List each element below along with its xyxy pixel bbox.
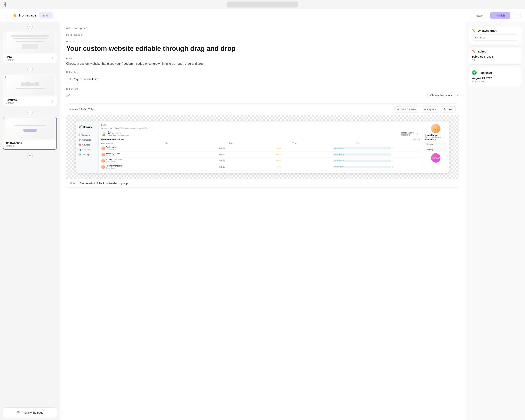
more-icon-cta: ⋮ (50, 143, 54, 146)
profile-name: Kiana Sunan (425, 134, 447, 136)
section-more-features[interactable]: ⋮ (51, 99, 54, 103)
section-thumbnail-cta (3, 117, 56, 140)
add-section-bottom-button[interactable]: + (27, 153, 33, 158)
nav-item-settings[interactable]: ⚙️ Settings (76, 152, 98, 157)
page-title: Homepage (19, 13, 36, 18)
table-row: Walking meditationBruno Scott Feb 16 ★ 4… (101, 158, 420, 164)
image-meta: Image • 1440x1024px (69, 108, 95, 111)
section-item-cta[interactable]: 3 CallToAction Default ⋮ (3, 117, 57, 150)
unsaved-draft-section: ✏️ Unsaved draft Just now (469, 26, 521, 44)
nav-item-courses[interactable]: 📚 Courses (76, 142, 98, 147)
section-name-hero: Hero (6, 56, 13, 58)
body-field-value[interactable]: Choose a custom website that gives your … (66, 61, 459, 66)
th-course: Course name (101, 142, 165, 144)
unsaved-draft-time: Just now (472, 34, 518, 41)
crop-icon: ⊞ (397, 108, 399, 111)
clear-button[interactable]: 🗑 Clear (441, 106, 456, 112)
link-clear-button[interactable]: × (457, 93, 459, 97)
alt-text-label: Alt text (69, 182, 77, 185)
section-more-cta[interactable]: ⋮ (50, 142, 54, 147)
back-icon: ← (6, 14, 9, 17)
add-section-top-button[interactable]: + (27, 24, 33, 29)
global-back-button[interactable]: ‹ (4, 2, 6, 7)
leaf-icon: 🌿 (78, 125, 82, 129)
section-variant-hero: Default (6, 58, 13, 61)
content-editor: Hero • Default Heading Your custom websi… (60, 22, 465, 420)
add-section-middle-2-button[interactable]: + (27, 110, 33, 115)
profile-role: Productivity Coach (425, 136, 447, 138)
th-type: Type (292, 142, 356, 144)
section-item-features[interactable]: 2 Features Defaul (3, 74, 57, 106)
replace-icon: ⊟ (424, 108, 426, 111)
nav-item-schedule[interactable]: 📅 Schedule (76, 137, 98, 142)
plus-icon: + (29, 25, 31, 28)
app-profile-title: Profile (101, 124, 420, 126)
unsaved-draft-label: Unsaved draft (478, 29, 497, 32)
button-text-value: Request consultation (73, 77, 99, 81)
replace-button[interactable]: ⊟ Replace (421, 106, 439, 112)
nav-item-overview[interactable]: ⊞ Overview (76, 132, 98, 137)
alt-text-value[interactable]: A screenshot of the Flowrise desktop app… (80, 182, 128, 185)
more-icon-features: ⋮ (51, 100, 54, 103)
streak-sub: Better than 88% of students (108, 135, 129, 137)
nav-item-statistic[interactable]: 📊 Statistic (76, 147, 98, 152)
add-section-middle-1[interactable]: + (3, 67, 57, 72)
section-more-hero[interactable]: ⋮ (51, 56, 54, 61)
next-arrow[interactable]: › (415, 132, 420, 136)
hamburger-icon: ≡ (69, 77, 71, 80)
table-row: Returning to nowBruno Scott Feb 14 ★ 4.8… (101, 151, 420, 158)
add-section-middle-1-button[interactable]: + (27, 67, 33, 72)
back-button[interactable]: ← (4, 13, 10, 19)
link-type-selector[interactable]: Choose link type ▾ (428, 92, 455, 99)
editor-header: ← Homepage Main Save Publish ⋮ (0, 9, 525, 22)
page-indicator (13, 14, 16, 17)
add-section-bottom[interactable]: + (3, 153, 57, 158)
heading-field-value[interactable]: Your custom website editable through dra… (66, 45, 459, 53)
section-item-hero[interactable]: 1 Hero Default (3, 31, 57, 63)
section-name-features: Features (6, 98, 17, 102)
section-thumbnail-features (3, 74, 57, 97)
section-number-3: 3 (5, 119, 7, 122)
published-section: 🌍 Published August 23, 2023 Angie Smith (469, 67, 521, 86)
explore-button[interactable]: Explore my insights (431, 153, 441, 163)
more-options-button[interactable]: ⋮ (513, 12, 521, 19)
streak-label: day streak (112, 132, 121, 134)
chevron-down-icon: ▾ (451, 94, 452, 97)
globe-icon: 🌍 (472, 70, 477, 75)
app-logo-text: flowrise (83, 126, 93, 129)
view-all[interactable]: View all > (412, 139, 420, 141)
th-start: Start (165, 142, 229, 144)
tag-input[interactable] (66, 27, 459, 30)
preview-page-button[interactable]: 👁 Preview the page (3, 407, 57, 418)
version-history-panel: ✏️ Unsaved draft Just now ✏️ Edited Febr… (465, 22, 525, 420)
edited-label: Edited (478, 50, 486, 53)
featured-title: Featured Meditations (101, 138, 124, 141)
body-field-label: Body (66, 57, 459, 60)
profile-image: 😊 (431, 124, 441, 133)
edit-icon-edited: ✏️ (472, 50, 476, 53)
more-icon-hero: ⋮ (51, 57, 54, 60)
publish-button[interactable]: Publish (490, 12, 510, 19)
add-section-top[interactable]: + (3, 24, 57, 29)
reminder-item-2: Evening (425, 147, 447, 152)
edited-date: February 8, 2024 (472, 55, 518, 58)
button-text-label: Button Text (66, 71, 459, 74)
trash-icon: 🗑 (443, 108, 446, 111)
mindful-label: Mindful Minutes (401, 132, 414, 134)
tab-main[interactable]: Main (39, 12, 53, 19)
save-button[interactable]: Save (472, 12, 487, 19)
explore-label: Explore my insights (431, 156, 441, 159)
pages-sidebar: + 1 (0, 22, 60, 420)
edited-section: ✏️ Edited February 8, 2024 You (469, 47, 521, 65)
add-section-middle-2[interactable]: + (3, 110, 57, 115)
crop-resize-button[interactable]: ⊞ Crop & Resize (394, 106, 419, 112)
edited-author: You (472, 58, 518, 61)
heading-field-label: Heading (66, 40, 459, 43)
section-variant-cta: Default (6, 145, 22, 147)
plus-icon-mid1: + (29, 68, 31, 71)
image-preview: 🌿 flowrise ⊞ Overview 📅 (66, 115, 459, 179)
section-number-1: 1 (5, 33, 6, 36)
search-bar (227, 1, 298, 8)
published-author: Angie Smith (472, 80, 518, 83)
button-text-field[interactable]: ≡ Request consultation (66, 75, 459, 83)
